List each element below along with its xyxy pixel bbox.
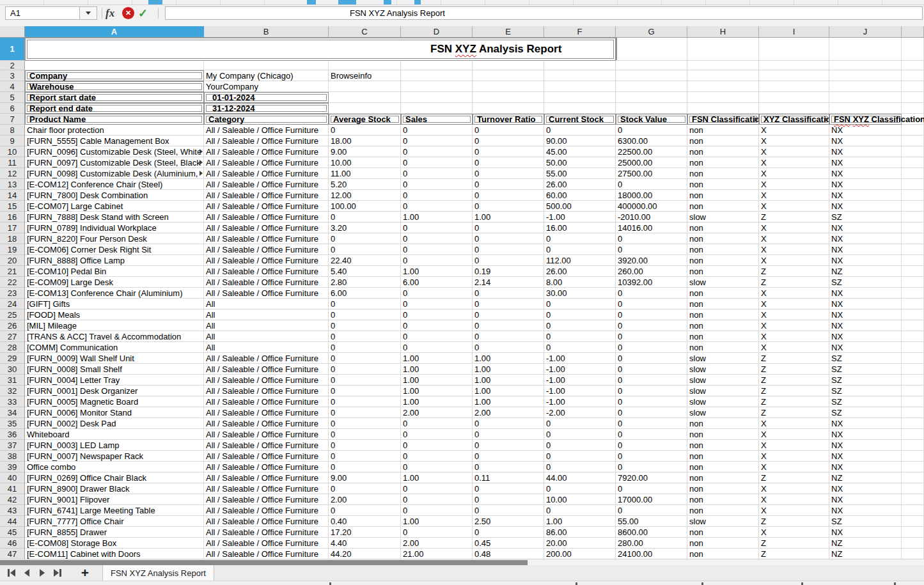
previous-sheet-button[interactable] bbox=[19, 565, 35, 581]
cell[interactable]: 0 bbox=[473, 429, 544, 440]
cell[interactable]: -2010.00 bbox=[616, 212, 687, 222]
name-box[interactable]: A1 bbox=[5, 6, 80, 20]
cell[interactable]: 0 bbox=[544, 309, 616, 320]
cell[interactable]: 10.00 bbox=[329, 157, 401, 168]
cell[interactable]: non bbox=[687, 288, 759, 299]
product-cell[interactable]: [E-COM11] Cabinet with Doors bbox=[25, 549, 204, 559]
cell[interactable]: 0 bbox=[544, 125, 616, 136]
cell[interactable]: X bbox=[759, 440, 829, 451]
cell[interactable] bbox=[902, 38, 924, 61]
cell[interactable]: -1.00 bbox=[544, 375, 616, 386]
product-cell[interactable]: [FURN_7777] Office Chair bbox=[25, 516, 204, 527]
cell[interactable] bbox=[902, 483, 924, 494]
cell[interactable]: 0.11 bbox=[473, 472, 544, 483]
product-cell[interactable]: [FURN_5555] Cable Management Box bbox=[25, 136, 204, 146]
cell[interactable] bbox=[902, 342, 924, 353]
cell[interactable]: 1.00 bbox=[473, 212, 544, 222]
cell[interactable] bbox=[902, 244, 924, 255]
cell[interactable] bbox=[902, 429, 924, 440]
cell[interactable]: 2.00 bbox=[329, 494, 401, 505]
cell[interactable] bbox=[616, 92, 687, 103]
cell[interactable] bbox=[902, 277, 924, 288]
cell[interactable]: NX bbox=[829, 299, 902, 309]
cell[interactable]: 200.00 bbox=[544, 549, 616, 559]
cell[interactable]: NX bbox=[829, 309, 902, 320]
cell[interactable]: 0 bbox=[329, 212, 401, 222]
cell[interactable] bbox=[902, 472, 924, 483]
cell[interactable] bbox=[759, 81, 829, 92]
table-header[interactable]: Turnover Ratio bbox=[473, 114, 544, 125]
cell[interactable]: 1.00 bbox=[473, 375, 544, 386]
cell[interactable]: 0 bbox=[616, 125, 687, 136]
cell[interactable]: 0 bbox=[473, 157, 544, 168]
cell[interactable]: -1.00 bbox=[544, 396, 616, 407]
cell[interactable]: non bbox=[687, 342, 759, 353]
cell[interactable]: X bbox=[759, 462, 829, 472]
cell[interactable]: 0 bbox=[473, 299, 544, 309]
cell[interactable]: NX bbox=[829, 190, 902, 201]
cell[interactable] bbox=[902, 61, 924, 70]
cell[interactable]: 0 bbox=[544, 440, 616, 451]
cell[interactable]: NX bbox=[829, 146, 902, 157]
cell[interactable]: 25000.00 bbox=[616, 157, 687, 168]
cell[interactable] bbox=[544, 92, 616, 103]
cell[interactable]: 0 bbox=[473, 168, 544, 179]
row-header-7[interactable]: 7 bbox=[0, 114, 25, 125]
row-header-20[interactable]: 20 bbox=[0, 255, 25, 266]
cell[interactable]: Z bbox=[759, 266, 829, 277]
cell[interactable]: 17000.00 bbox=[616, 494, 687, 505]
first-sheet-button[interactable] bbox=[4, 565, 19, 581]
cell[interactable]: 0 bbox=[473, 309, 544, 320]
cell[interactable]: All / Saleable / Office Furniture bbox=[204, 255, 329, 266]
cell[interactable]: NX bbox=[829, 125, 902, 136]
cell[interactable]: 0 bbox=[401, 244, 473, 255]
cell[interactable]: 22500.00 bbox=[616, 146, 687, 157]
info-value[interactable]: My Company (Chicago) bbox=[204, 70, 329, 81]
cell[interactable] bbox=[902, 70, 924, 81]
cell[interactable]: X bbox=[759, 299, 829, 309]
cell[interactable]: SZ bbox=[829, 386, 902, 396]
cell[interactable]: X bbox=[759, 331, 829, 342]
cell[interactable]: X bbox=[759, 255, 829, 266]
cell[interactable]: 0 bbox=[473, 233, 544, 244]
cell[interactable]: non bbox=[687, 146, 759, 157]
cell[interactable]: 9.00 bbox=[329, 146, 401, 157]
cell[interactable]: slow bbox=[687, 516, 759, 527]
cell[interactable]: 1.00 bbox=[473, 353, 544, 364]
info-value[interactable]: YourCompany bbox=[204, 81, 329, 92]
cell[interactable] bbox=[616, 70, 687, 81]
cell[interactable]: 0 bbox=[329, 429, 401, 440]
cell[interactable] bbox=[902, 407, 924, 418]
product-cell[interactable]: [E-COM12] Conference Chair (Steel) bbox=[25, 179, 204, 190]
cell[interactable]: 0 bbox=[473, 146, 544, 157]
cell[interactable]: 6.00 bbox=[329, 288, 401, 299]
info-label[interactable]: Report end date bbox=[25, 103, 204, 114]
cell[interactable]: All / Saleable / Office Furniture bbox=[204, 527, 329, 538]
cell[interactable]: All / Saleable / Office Furniture bbox=[204, 212, 329, 222]
cell[interactable]: NZ bbox=[829, 472, 902, 483]
cell[interactable] bbox=[902, 288, 924, 299]
cell[interactable]: non bbox=[687, 136, 759, 146]
cell[interactable]: All bbox=[204, 342, 329, 353]
table-header[interactable]: FSN XYZ Classification bbox=[829, 114, 902, 125]
cell[interactable]: All / Saleable / Office Furniture bbox=[204, 288, 329, 299]
cell[interactable] bbox=[401, 61, 473, 70]
cell[interactable]: 45.00 bbox=[544, 146, 616, 157]
row-header-42[interactable]: 42 bbox=[0, 494, 25, 505]
cell[interactable]: 0 bbox=[544, 505, 616, 516]
row-header-46[interactable]: 46 bbox=[0, 538, 25, 549]
cell[interactable]: 0 bbox=[473, 342, 544, 353]
cell[interactable]: 50.00 bbox=[544, 157, 616, 168]
cell[interactable]: NX bbox=[829, 320, 902, 331]
cell[interactable]: 0 bbox=[616, 244, 687, 255]
cell[interactable]: 0 bbox=[401, 342, 473, 353]
cell[interactable]: non bbox=[687, 299, 759, 309]
cell[interactable]: 10.00 bbox=[544, 494, 616, 505]
cell[interactable]: non bbox=[687, 255, 759, 266]
cell[interactable]: 12.00 bbox=[329, 190, 401, 201]
cell[interactable]: 0 bbox=[544, 462, 616, 472]
cell[interactable]: NX bbox=[829, 288, 902, 299]
cell[interactable]: 0 bbox=[544, 331, 616, 342]
product-cell[interactable]: [FOOD] Meals bbox=[25, 309, 204, 320]
product-cell[interactable]: [E-COM07] Large Cabinet bbox=[25, 201, 204, 212]
